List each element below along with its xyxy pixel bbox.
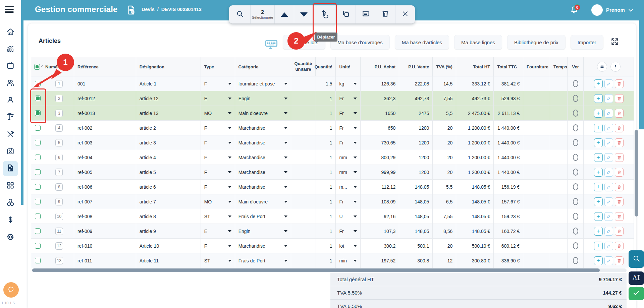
row-fourniture[interactable] [523,165,550,179]
ver-indicator[interactable] [573,154,578,161]
row-designation[interactable]: article 12 [136,91,201,106]
row-delete-button[interactable] [615,197,624,206]
close-selection-button[interactable] [395,5,415,23]
row-unit-select[interactable]: Fr [336,106,361,120]
row-edit-button[interactable] [604,168,613,177]
row-unit-select[interactable]: mm [336,165,361,179]
row-add-button[interactable]: + [594,79,603,88]
row-category-select[interactable]: Frais de Port [235,209,291,224]
row-category-select[interactable]: Engin [235,91,291,106]
row-unit-quantity[interactable] [291,209,316,224]
zoom-search-button[interactable] [629,250,644,268]
row-fourniture[interactable] [523,121,550,135]
chevron-down-icon[interactable] [629,7,633,12]
row-category-select[interactable]: Engin [235,224,291,238]
row-vat[interactable]: 7,55 [433,91,456,106]
row-quantity[interactable]: 1 [316,121,336,135]
row-fourniture[interactable] [523,224,550,238]
row-unit-select[interactable]: Fr [336,121,361,135]
row-unit-select[interactable]: m... [336,180,361,194]
row-designation[interactable]: article 9 [136,224,201,238]
duplicate-button[interactable] [336,5,356,23]
row-checkbox[interactable] [35,169,41,175]
row-edit-button[interactable] [604,227,613,236]
row-fourniture[interactable] [523,135,550,150]
row-edit-button[interactable] [604,242,613,250]
row-unit-select[interactable]: lot [336,239,361,253]
row-delete-button[interactable] [615,79,624,88]
row-type-select[interactable]: F [201,76,235,91]
row-vat[interactable]: 20 [433,135,456,150]
row-unit-quantity[interactable] [291,106,316,120]
row-category-select[interactable]: Marchandise [235,239,291,253]
avatar[interactable] [591,4,603,16]
row-quantity[interactable]: 1 [316,224,336,238]
row-fourniture[interactable] [523,180,550,194]
row-purchase-price[interactable]: 108,09 [361,194,399,209]
row-fourniture[interactable] [523,194,550,209]
row-temps[interactable] [550,91,568,106]
articles-button-ma-base-d-articles[interactable]: Ma base d'articles [395,35,449,50]
row-add-button[interactable]: + [594,242,603,250]
row-sale-price[interactable]: 300,8 [399,253,433,268]
row-purchase-price[interactable]: 362,3 [361,91,399,106]
horizontal-scrollbar[interactable] [32,268,627,272]
row-designation[interactable]: article 3 [136,135,201,150]
ver-indicator[interactable] [573,213,578,220]
row-delete-button[interactable] [615,227,624,236]
breadcrumb-section[interactable]: Devis [142,7,155,12]
ver-indicator[interactable] [573,169,578,176]
row-reference[interactable]: ref-007 [74,194,136,209]
row-purchase-price[interactable]: 107,3 [361,224,399,238]
row-temps[interactable] [550,194,568,209]
row-delete-button[interactable] [615,124,624,132]
sidebar-item-stats[interactable] [3,42,18,57]
row-reference[interactable]: ref-009 [74,224,136,238]
row-type-select[interactable]: F [201,239,235,253]
row-add-button[interactable]: + [594,256,603,265]
page-scrollbar-thumb[interactable] [639,20,644,129]
row-add-button[interactable]: + [594,138,603,147]
row-edit-button[interactable] [604,197,613,206]
row-type-select[interactable]: F [201,135,235,150]
row-add-button[interactable]: + [594,168,603,177]
row-designation[interactable]: article 6 [136,180,201,194]
row-category-select[interactable]: Main d'oeuvre [235,106,291,120]
sidebar-item-billing[interactable] [3,213,18,228]
row-fourniture[interactable] [523,76,550,91]
row-sale-price[interactable]: 492,73 [399,91,433,106]
row-temps[interactable] [550,209,568,224]
user-menu[interactable]: Prenom [606,7,625,13]
menu-hamburger-icon[interactable] [5,6,14,14]
row-checkbox[interactable] [35,110,41,116]
row-designation[interactable]: Article 11 [136,253,201,268]
row-purchase-price[interactable]: 650 [361,121,399,135]
row-designation[interactable]: article 13 [136,106,201,120]
row-sale-price[interactable]: 148,05 [399,194,433,209]
row-reference[interactable]: ref-011 [74,253,136,268]
ver-indicator[interactable] [573,95,578,102]
row-type-select[interactable]: F [201,165,235,179]
validate-button[interactable] [629,287,644,300]
column-settings-button[interactable] [597,62,607,72]
row-purchase-price[interactable]: 800,29 [361,150,399,165]
row-delete-button[interactable] [615,94,624,103]
row-category-select[interactable]: Marchandise [235,165,291,179]
row-vat[interactable]: 20 [433,121,456,135]
sidebar-item-tools[interactable] [3,127,18,142]
row-unit-select[interactable]: min [336,253,361,268]
row-sale-price[interactable]: 1200 [399,135,433,150]
row-delete-button[interactable] [615,242,624,250]
row-purchase-price[interactable]: 112,12 [361,180,399,194]
row-purchase-price[interactable]: 730,65 [361,135,399,150]
row-temps[interactable] [550,121,568,135]
frame-button[interactable] [356,5,375,23]
row-temps[interactable] [550,165,568,179]
row-temps[interactable] [550,224,568,238]
row-unit-quantity[interactable] [291,165,316,179]
row-edit-button[interactable] [604,153,613,162]
row-unit-quantity[interactable] [291,121,316,135]
keyboard-shortcuts-icon[interactable] [264,37,278,52]
chat-bubble-button[interactable] [3,282,19,298]
row-category-select[interactable]: Marchandise [235,121,291,135]
